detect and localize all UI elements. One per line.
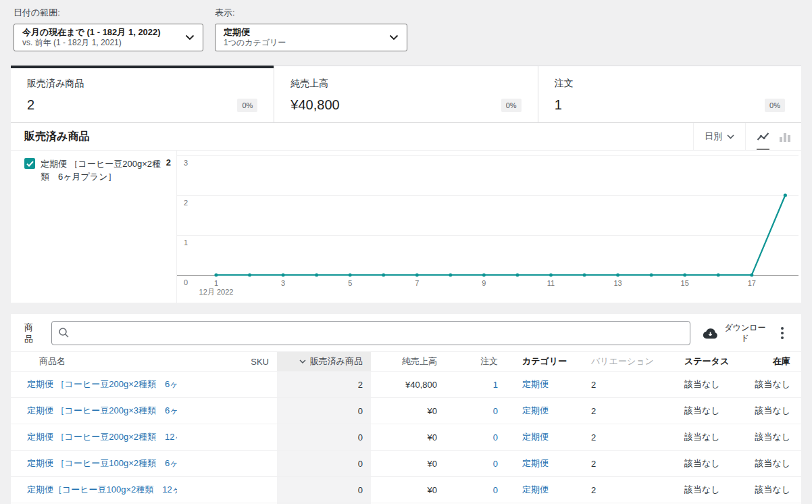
orders-link[interactable]: 0: [493, 432, 498, 443]
date-range-label: 日付の範囲:: [14, 7, 203, 19]
svg-text:11: 11: [547, 279, 555, 287]
checkbox-checked-icon[interactable]: [24, 158, 35, 169]
legend-item[interactable]: 定期便 ［コーヒー豆200g×2種類 6ヶ月プラン］ 2: [24, 157, 171, 183]
cell-items-sold: 2: [277, 372, 371, 398]
chart-header: 販売済み商品 日別: [11, 123, 801, 151]
svg-text:1: 1: [214, 279, 218, 287]
table-cell: 0: [445, 477, 506, 503]
table-cell: 0: [445, 424, 506, 451]
cloud-download-icon: [703, 328, 718, 339]
table-cell: 定期便［コーヒー豆100g×2種類 12ヶ月プラン］: [11, 477, 177, 503]
cell-variations: 2: [583, 424, 676, 451]
svg-text:13: 13: [613, 279, 621, 287]
download-button[interactable]: ダウンロード: [703, 323, 767, 343]
display-filter-secondary: 1つのカテゴリー: [224, 38, 384, 48]
delta-badge: 0%: [765, 99, 785, 112]
table-cell: 0: [445, 451, 506, 477]
products-table: 商品名 SKU 販売済み商品 純売上高 注文 カテゴリー バリエーション ステー…: [11, 351, 801, 504]
orders-link[interactable]: 0: [493, 406, 498, 416]
table-cell: 定期便: [506, 451, 583, 477]
table-row: 定期便 ［コーヒー豆200g×2種類 12ヶ月プラン］0¥00定期便2該当なし該…: [11, 424, 801, 451]
svg-text:9: 9: [482, 279, 486, 287]
orders-link[interactable]: 1: [493, 380, 498, 390]
date-range-select[interactable]: 今月の現在まで (1 - 182月 1, 2022) vs. 前年 (1 - 1…: [14, 24, 203, 51]
cell-status: 該当なし: [676, 372, 736, 398]
search-icon: [58, 327, 70, 338]
orders-link[interactable]: 0: [493, 485, 498, 495]
chevron-down-icon: [185, 34, 195, 41]
cell-stock: 該当なし: [736, 451, 801, 477]
date-range-primary: 今月の現在まで (1 - 182月 1, 2022): [22, 27, 180, 38]
product-link[interactable]: 定期便 ［コーヒー豆200g×2種類 6ヶ月プラン］: [27, 379, 177, 389]
product-link[interactable]: 定期便 ［コーヒー豆100g×2種類 6ヶ月プラン］: [27, 458, 177, 468]
cell-items-sold: 0: [277, 451, 371, 477]
summary-card-net-sales[interactable]: 純売上高 ¥40,800 0%: [274, 66, 537, 122]
search-input[interactable]: [51, 321, 690, 345]
svg-text:12月 2022: 12月 2022: [199, 288, 234, 296]
cell-items-sold: 0: [277, 398, 371, 424]
svg-text:17: 17: [748, 279, 756, 287]
display-filter-select[interactable]: 定期便 1つのカテゴリー: [215, 24, 407, 51]
table-caption: 商品: [24, 322, 35, 345]
cell-net-sales: ¥0: [371, 451, 445, 477]
table-cell: 0: [445, 398, 506, 424]
col-header-sku[interactable]: SKU: [177, 352, 277, 372]
col-header-status: ステータス: [676, 352, 736, 372]
card-value: 2: [27, 97, 34, 113]
delta-badge: 0%: [237, 99, 257, 112]
col-header-items-sold[interactable]: 販売済み商品: [277, 352, 371, 372]
category-link[interactable]: 定期便: [522, 379, 549, 389]
summary-card-orders[interactable]: 注文 1 0%: [538, 66, 801, 122]
summary-card-items-sold[interactable]: 販売済み商品 2 0%: [11, 66, 274, 122]
table-cell: 1: [445, 372, 506, 398]
category-link[interactable]: 定期便: [522, 432, 549, 442]
interval-label: 日別: [705, 130, 722, 143]
card-label: 注文: [555, 78, 785, 90]
line-chart-icon: [757, 132, 769, 142]
table-cell: 定期便 ［コーヒー豆200g×2種類 12ヶ月プラン］: [11, 424, 177, 451]
svg-text:0: 0: [184, 278, 188, 286]
chevron-down-icon: [389, 34, 399, 41]
interval-select[interactable]: 日別: [693, 123, 745, 150]
table-cell: 定期便: [506, 398, 583, 424]
display-filter-group: 表示: 定期便 1つのカテゴリー: [215, 7, 407, 51]
product-link[interactable]: 定期便 ［コーヒー豆200g×3種類 6ヶ月プラン］: [27, 405, 177, 415]
bar-chart-button[interactable]: [780, 123, 790, 150]
cell-sku: [177, 424, 277, 451]
table-cell: 定期便: [506, 372, 583, 398]
line-chart: 0123135791113151712月 2022: [177, 151, 801, 303]
svg-text:1: 1: [184, 238, 188, 247]
cell-variations: 2: [583, 477, 676, 503]
card-value: ¥40,800: [290, 97, 339, 113]
delta-badge: 0%: [501, 99, 522, 112]
line-chart-button[interactable]: [757, 123, 769, 150]
cell-stock: 該当なし: [736, 398, 801, 424]
date-range-filter-group: 日付の範囲: 今月の現在まで (1 - 182月 1, 2022) vs. 前年…: [14, 7, 203, 51]
table-cell: 定期便 ［コーヒー豆100g×2種類 6ヶ月プラン］: [11, 451, 177, 477]
col-header-orders[interactable]: 注文: [445, 352, 506, 372]
card-value: 1: [555, 97, 562, 113]
product-link[interactable]: 定期便 ［コーヒー豆200g×2種類 12ヶ月プラン］: [27, 432, 177, 442]
date-range-secondary: vs. 前年 (1 - 182月 1, 2021): [22, 38, 180, 48]
col-header-stock: 在庫: [736, 352, 801, 372]
cell-stock: 該当なし: [736, 477, 801, 503]
category-link[interactable]: 定期便: [522, 484, 549, 495]
products-table-panel: 商品 ダウンロード 商品名 SKU 販売済み商品: [11, 314, 801, 504]
kebab-menu-icon[interactable]: [774, 325, 790, 341]
cell-net-sales: ¥0: [371, 398, 445, 424]
orders-link[interactable]: 0: [493, 459, 498, 469]
table-header-row: 商品名 SKU 販売済み商品 純売上高 注文 カテゴリー バリエーション ステー…: [11, 352, 801, 372]
product-link[interactable]: 定期便［コーヒー豆100g×2種類 12ヶ月プラン］: [27, 484, 177, 495]
cell-net-sales: ¥0: [371, 424, 445, 451]
sort-desc-icon: [299, 359, 306, 363]
category-link[interactable]: 定期便: [522, 405, 549, 415]
chart-type-toggle: [745, 123, 801, 150]
category-link[interactable]: 定期便: [522, 458, 549, 468]
cell-sku: [177, 477, 277, 503]
col-header-net-sales[interactable]: 純売上高: [371, 352, 445, 372]
cell-status: 該当なし: [676, 477, 736, 503]
col-header-variations: バリエーション: [583, 352, 676, 372]
cell-stock: 該当なし: [736, 424, 801, 451]
col-header-product[interactable]: 商品名: [11, 352, 177, 372]
download-label: ダウンロード: [723, 323, 767, 343]
